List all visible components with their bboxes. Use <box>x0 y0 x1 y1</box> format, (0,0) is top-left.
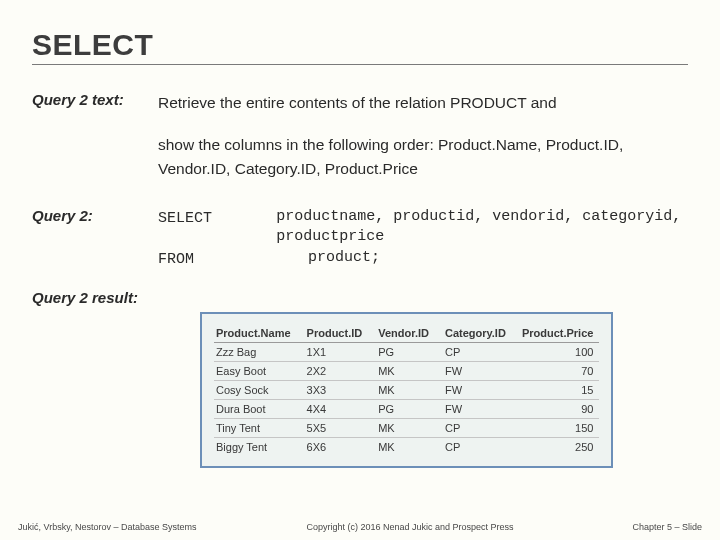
cell: Easy Boot <box>214 361 305 380</box>
from-value: product; <box>308 248 380 271</box>
col-header: Product.ID <box>305 324 377 343</box>
cell: 250 <box>520 437 600 456</box>
select-keyword: SELECT <box>158 207 276 248</box>
table-row: Tiny Tent 5X5 MK CP 150 <box>214 418 599 437</box>
result-label: Query 2 result: <box>32 289 688 306</box>
cell: 15 <box>520 380 600 399</box>
cell: MK <box>376 437 443 456</box>
cell: 90 <box>520 399 600 418</box>
footer: Jukić, Vrbsky, Nestorov – Database Syste… <box>0 522 720 532</box>
cell: 3X3 <box>305 380 377 399</box>
table-row: Dura Boot 4X4 PG FW 90 <box>214 399 599 418</box>
table-row: Zzz Bag 1X1 PG CP 100 <box>214 342 599 361</box>
slide-title: SELECT <box>32 28 688 65</box>
cell: Biggy Tent <box>214 437 305 456</box>
cell: 4X4 <box>305 399 377 418</box>
result-table-container: Product.Name Product.ID Vendor.ID Catego… <box>200 312 613 468</box>
cell: CP <box>443 437 520 456</box>
cell: CP <box>443 342 520 361</box>
cell: Zzz Bag <box>214 342 305 361</box>
table-row: Easy Boot 2X2 MK FW 70 <box>214 361 599 380</box>
cell: 100 <box>520 342 600 361</box>
cell: 70 <box>520 361 600 380</box>
cell: PG <box>376 399 443 418</box>
cell: Cosy Sock <box>214 380 305 399</box>
footer-right: Chapter 5 – Slide <box>592 522 702 532</box>
cell: FW <box>443 361 520 380</box>
cell: 5X5 <box>305 418 377 437</box>
cell: PG <box>376 342 443 361</box>
cell: 1X1 <box>305 342 377 361</box>
table-row: Cosy Sock 3X3 MK FW 15 <box>214 380 599 399</box>
footer-mid: Copyright (c) 2016 Nenad Jukic and Prosp… <box>228 522 592 532</box>
cell: MK <box>376 361 443 380</box>
cell: 150 <box>520 418 600 437</box>
result-table: Product.Name Product.ID Vendor.ID Catego… <box>214 324 599 456</box>
col-header: Product.Name <box>214 324 305 343</box>
cell: Tiny Tent <box>214 418 305 437</box>
footer-left: Jukić, Vrbsky, Nestorov – Database Syste… <box>18 522 228 532</box>
cell: CP <box>443 418 520 437</box>
query-text-line2: show the columns in the following order:… <box>158 133 688 181</box>
query-text-label: Query 2 text: <box>32 91 158 115</box>
from-keyword: FROM <box>158 248 308 271</box>
query-text-line1: Retrieve the entire contents of the rela… <box>158 91 688 115</box>
cell: 2X2 <box>305 361 377 380</box>
cell: FW <box>443 380 520 399</box>
table-row: Biggy Tent 6X6 MK CP 250 <box>214 437 599 456</box>
cell: MK <box>376 418 443 437</box>
table-header-row: Product.Name Product.ID Vendor.ID Catego… <box>214 324 599 343</box>
cell: FW <box>443 399 520 418</box>
col-header: Product.Price <box>520 324 600 343</box>
col-header: Vendor.ID <box>376 324 443 343</box>
cell: MK <box>376 380 443 399</box>
cell: 6X6 <box>305 437 377 456</box>
cell: Dura Boot <box>214 399 305 418</box>
col-header: Category.ID <box>443 324 520 343</box>
select-columns: productname, productid, vendorid, catego… <box>276 207 688 248</box>
query-label: Query 2: <box>32 207 158 271</box>
